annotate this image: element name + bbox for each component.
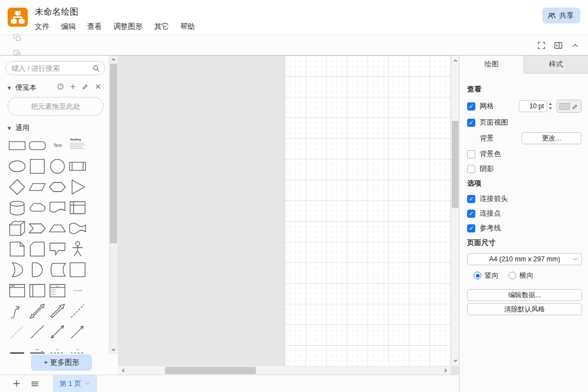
shape-bidirectional-connector[interactable]	[47, 322, 67, 341]
shape-triangle[interactable]	[68, 177, 87, 197]
连接点-checkbox[interactable]	[467, 210, 475, 218]
shape-cloud[interactable]	[27, 198, 47, 217]
scratchpad-section-header[interactable]: ▼ 便笺本	[7, 83, 36, 93]
shape-textbox[interactable]: Heading	[68, 136, 87, 155]
background-change-button[interactable]: 更改...	[522, 132, 581, 144]
pages-menu-button[interactable]	[26, 375, 44, 392]
shape-curve[interactable]	[7, 301, 27, 321]
collapse-chevron-button[interactable]	[567, 37, 584, 53]
shape-hexagon[interactable]	[47, 177, 67, 197]
shape-label-link[interactable]: xxx	[47, 342, 67, 354]
shape-diamond[interactable]	[7, 177, 27, 197]
paper-size-select[interactable]: A4 (210 mm x 297 mm)	[467, 253, 582, 265]
shape-rectangle[interactable]	[7, 136, 27, 155]
shape-bidirectional-arrow[interactable]	[27, 301, 47, 321]
landscape-option[interactable]: 横向	[509, 271, 534, 280]
shape-vertical-container[interactable]	[27, 280, 47, 300]
page-tab[interactable]: 第 1 页	[53, 375, 97, 392]
shape-data-storage[interactable]	[47, 260, 67, 279]
shape-actor[interactable]	[68, 239, 87, 259]
grid-checkbox[interactable]	[467, 102, 475, 111]
shape-internal-storage[interactable]	[68, 198, 87, 217]
portrait-option[interactable]: 竖向	[474, 271, 499, 280]
canvas-horizontal-scrollbar[interactable]	[118, 366, 451, 375]
canvas-area[interactable]	[118, 56, 459, 375]
shape-or[interactable]	[7, 260, 27, 279]
shape-cylinder[interactable]	[7, 198, 27, 217]
参考线-checkbox[interactable]	[467, 224, 475, 232]
search-input[interactable]	[11, 64, 92, 72]
scratchpad-question-button[interactable]: ?	[57, 83, 64, 92]
shape-card[interactable]	[27, 239, 47, 259]
shape-square[interactable]	[27, 156, 47, 176]
shape-step[interactable]	[27, 218, 47, 238]
format-tab-样式[interactable]: 样式	[524, 56, 588, 73]
shape-note[interactable]	[7, 239, 27, 259]
fullscreen-button[interactable]	[533, 37, 550, 53]
landscape-radio[interactable]	[509, 272, 516, 279]
shape-tape[interactable]	[68, 218, 87, 238]
shape-label-arrow[interactable]: xxx	[27, 342, 47, 354]
menu-item-2[interactable]: 查看	[87, 22, 102, 32]
scratchpad-close-button[interactable]	[94, 83, 102, 92]
scratchpad-dropzone[interactable]: 把元素拖至此处	[8, 97, 103, 116]
shape-list[interactable]: ListItem 1Item 2Item 3	[47, 280, 67, 300]
shape-callout[interactable]	[47, 239, 67, 259]
sidebar-scrollbar[interactable]	[109, 56, 118, 354]
add-page-button[interactable]	[7, 375, 26, 392]
background-color-checkbox[interactable]	[467, 150, 475, 158]
more-shapes-button[interactable]: + 更多图形	[31, 354, 92, 371]
shape-text[interactable]: Text	[47, 136, 67, 155]
shape-ellipse[interactable]	[7, 156, 27, 176]
share-button[interactable]: 共享	[542, 8, 580, 23]
连接箭头-checkbox[interactable]	[467, 195, 475, 203]
shape-dashed-line[interactable]	[68, 301, 87, 321]
scroll-up-icon[interactable]	[109, 56, 118, 64]
scroll-right-icon[interactable]	[442, 366, 450, 375]
shape-cube[interactable]	[7, 218, 27, 238]
shape-process[interactable]	[68, 156, 87, 176]
shape-document[interactable]	[47, 198, 67, 217]
shape-window[interactable]	[7, 280, 27, 300]
scroll-down-icon[interactable]	[109, 346, 118, 354]
portrait-radio[interactable]	[474, 272, 481, 279]
shape-trapezoid[interactable]	[47, 218, 67, 238]
shape-link[interactable]	[7, 342, 27, 354]
format-tab-绘图[interactable]: 绘图	[460, 56, 524, 74]
menu-item-4[interactable]: 其它	[154, 22, 169, 32]
edit-data-button[interactable]: 编辑数据...	[467, 289, 582, 301]
format-panel-toggle-button[interactable]	[550, 37, 567, 53]
shape-label-link-2[interactable]: xxx	[68, 342, 87, 354]
scratchpad-pencil-button[interactable]	[82, 83, 89, 92]
menu-item-5[interactable]: 帮助	[180, 22, 195, 32]
menu-item-1[interactable]: 编辑	[61, 22, 76, 32]
drawing-page[interactable]	[284, 56, 451, 366]
background-color-row: 背景色	[467, 149, 581, 159]
grid-color-button[interactable]	[556, 100, 581, 113]
shape-dotted-line[interactable]	[7, 322, 27, 341]
scratchpad-plus-button[interactable]	[69, 83, 77, 92]
grid-size-stepper[interactable]	[547, 100, 554, 112]
shape-parallelogram[interactable]	[27, 177, 47, 197]
scroll-left-icon[interactable]	[119, 366, 127, 375]
sidebar-scrollbar-thumb[interactable]	[110, 64, 117, 243]
shape-list-item[interactable]: List Item	[68, 280, 87, 300]
shape-container[interactable]	[68, 260, 87, 279]
vertical-scrollbar-thumb[interactable]	[452, 121, 458, 208]
horizontal-scrollbar-thumb[interactable]	[165, 367, 256, 374]
scroll-down-icon[interactable]	[451, 357, 459, 365]
grid-size-input[interactable]	[519, 100, 547, 112]
shape-and[interactable]	[27, 260, 47, 279]
shape-arrow[interactable]	[47, 301, 67, 321]
scroll-up-icon[interactable]	[451, 57, 459, 65]
general-section-header[interactable]: ▼ 通用	[7, 123, 29, 133]
shape-circle[interactable]	[47, 156, 67, 176]
page-view-checkbox[interactable]	[467, 119, 475, 127]
menu-item-3[interactable]: 调整图形	[113, 22, 143, 32]
shape-rounded-rectangle[interactable]	[27, 136, 47, 155]
shape-line[interactable]	[27, 322, 47, 341]
clear-default-style-button[interactable]: 清除默认风格	[467, 303, 582, 315]
canvas-vertical-scrollbar[interactable]	[451, 56, 459, 366]
shape-directional-connector[interactable]	[68, 322, 87, 341]
shadow-checkbox[interactable]	[467, 165, 475, 173]
